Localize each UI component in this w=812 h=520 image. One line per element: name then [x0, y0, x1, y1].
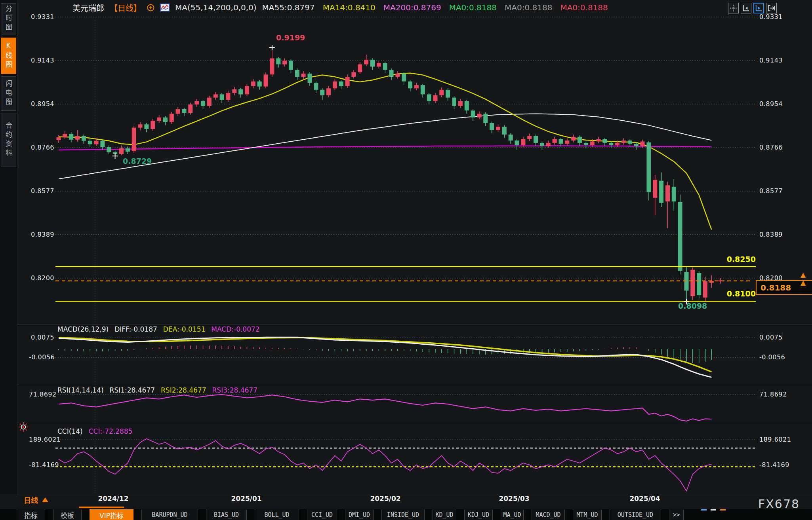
- macd-macd-value: MACD:-0.0072: [211, 325, 259, 333]
- macd-axis-label-left: 0.0075: [29, 334, 54, 342]
- cci-title: CCI(14): [57, 427, 83, 435]
- axis-pan-right-icon[interactable]: [753, 3, 764, 13]
- tab-dmi-ud[interactable]: DMI_UD: [345, 509, 374, 520]
- chart-scrollbar[interactable]: [79, 507, 124, 508]
- detach-icon[interactable]: [766, 3, 777, 13]
- cci-axis-label-right: -81.4169: [759, 461, 789, 469]
- x-axis-label: 2025/01: [227, 495, 266, 503]
- tab-mtm-ud[interactable]: MTM_UD: [573, 509, 602, 520]
- move-icon[interactable]: [728, 3, 739, 13]
- y-axis-label-left: 0.8200: [29, 274, 54, 282]
- period-dropdown-arrow-icon: [42, 497, 48, 502]
- deco-dash-blue: [701, 509, 707, 511]
- macd-axis-label-left: -0.0056: [29, 353, 54, 361]
- low-price-label: 0.8098: [678, 302, 707, 310]
- y-axis-label-right: 0.8766: [759, 144, 783, 152]
- deco-dash-white: [711, 509, 716, 511]
- rsi-info-row: RSI(14,14,14) RSI1:28.4677 RSI2:28.4677 …: [57, 386, 257, 394]
- toolbar: [728, 3, 777, 13]
- tab-indicator[interactable]: 指标: [17, 509, 45, 520]
- ma-value-label: MA0:0.8188: [449, 3, 497, 12]
- symbol-title: 美元瑞郎: [72, 2, 104, 13]
- y-axis-label-left: 0.8954: [29, 100, 54, 108]
- x-axis-label: 2025/03: [494, 495, 534, 503]
- ma-value-label: MA55:0.8797: [262, 3, 315, 12]
- sidebar-item-time-chart[interactable]: 分时图: [1, 3, 16, 34]
- tab-kd-ud[interactable]: KD_UD: [433, 509, 456, 520]
- macd-dea-value: DEA:-0.0151: [163, 325, 206, 333]
- macd-axis-label-right: 0.0075: [759, 334, 783, 342]
- tab-bias-ud[interactable]: BIAS_UD: [206, 509, 247, 520]
- tab-kdj-ud[interactable]: KDJ_UD: [464, 509, 493, 520]
- chart-header: 美元瑞郎 【日线】 MA(55,14,200,0,0,0) MA55:0.879…: [72, 2, 608, 13]
- ma-settings: MA(55,14,200,0,0,0): [175, 3, 257, 12]
- period-tag[interactable]: 【日线】: [110, 2, 141, 13]
- rsi-axis-label-left: 71.8692: [29, 391, 54, 399]
- x-axis-label: 2024/12: [93, 495, 133, 503]
- tab-more[interactable]: >>: [669, 509, 684, 520]
- ma-value-label: MA14:0.8410: [323, 3, 376, 12]
- period-label: 日线: [24, 495, 38, 505]
- link-icon[interactable]: [147, 4, 154, 11]
- ma-values: MA55:0.8797MA14:0.8410MA200:0.8769MA0:0.…: [262, 3, 608, 12]
- y-axis-label-left: 0.8389: [29, 231, 54, 239]
- record-burst-icon: [18, 422, 29, 432]
- rsi-title: RSI(14,14,14): [57, 386, 104, 394]
- mini-chart-icon[interactable]: [160, 4, 170, 11]
- sidebar-item-kline-chart[interactable]: K线图: [1, 38, 16, 74]
- sidebar-item-lightning-chart[interactable]: 闪电图: [1, 76, 16, 111]
- y-axis-label-right: 0.8389: [759, 231, 783, 239]
- y-axis-label-right: 0.9143: [759, 57, 783, 65]
- y-axis-label-right: 0.8577: [759, 187, 783, 195]
- tab-cci-ud[interactable]: CCI_UD: [307, 509, 337, 520]
- x-axis-label: 2025/04: [625, 495, 665, 503]
- tab-ma-ud[interactable]: MA_UD: [501, 509, 524, 520]
- cci-info-row: CCI(14) CCI:-72.2885: [57, 427, 133, 435]
- tab-boll-ud[interactable]: BOLL_UD: [255, 509, 299, 520]
- tab-template[interactable]: 模板: [53, 509, 82, 520]
- early-low-price-label: 0.8729: [123, 157, 152, 165]
- tab-inside-ud[interactable]: INSIDE_UD: [381, 509, 425, 520]
- y-axis-label-right: 0.9331: [759, 13, 783, 21]
- ma-value-label: MA0:0.8188: [505, 3, 552, 12]
- watermark: FX678: [758, 497, 800, 511]
- y-axis-label-left: 0.9331: [29, 13, 54, 21]
- cci-value: CCI:-72.2885: [89, 427, 133, 435]
- ma-value-label: MA0:0.8188: [560, 3, 608, 12]
- axis-pan-left-icon[interactable]: [741, 3, 751, 13]
- tab-barupdn-ud[interactable]: BARUPDN_UD: [141, 509, 198, 520]
- period-selector[interactable]: 日线: [24, 495, 48, 505]
- macd-diff-value: DIFF:-0.0187: [114, 325, 157, 333]
- y-axis-label-left: 0.8766: [29, 144, 54, 152]
- tab-outside-ud[interactable]: OUTSIDE_UD: [610, 509, 661, 520]
- cci-axis-label-left: 189.6021: [29, 436, 54, 444]
- macd-info-row: MACD(26,12,9) DIFF:-0.0187 DEA:-0.0151 M…: [57, 325, 260, 333]
- x-axis-label: 2025/02: [366, 495, 405, 503]
- rsi2-value: RSI2:28.4677: [161, 386, 206, 394]
- ma-value-label: MA200:0.8769: [383, 3, 441, 12]
- rsi3-value: RSI3:28.4677: [212, 386, 257, 394]
- high-price-label: 0.9199: [276, 33, 305, 42]
- y-axis-label-left: 0.9143: [29, 57, 54, 65]
- tab-vip-indicator[interactable]: VIP指标: [90, 509, 133, 520]
- tab-macd-ud[interactable]: MACD_UD: [532, 509, 565, 520]
- sidebar-item-contract-info[interactable]: 合约资料: [1, 113, 16, 167]
- macd-title: MACD(26,12,9): [57, 325, 109, 333]
- trading-app-window: 0.93310.93310.91430.91430.89540.89540.87…: [0, 0, 812, 520]
- y-axis-label-right: 0.8954: [759, 100, 783, 108]
- sidebar: 分时图 K线图 闪电图 合约资料: [0, 0, 17, 494]
- rsi1-value: RSI1:28.4677: [110, 386, 155, 394]
- y-axis-label-left: 0.8577: [29, 187, 54, 195]
- macd-axis-label-right: -0.0056: [759, 353, 785, 361]
- cci-axis-label-right: 189.6021: [759, 436, 791, 444]
- cci-axis-label-left: -81.4169: [29, 461, 54, 469]
- resistance-level-label: 0.8250: [689, 255, 756, 264]
- indicator-tabbar: 指标 模板 VIP指标 BARUPDN_UD BIAS_UD BOLL_UD C…: [0, 509, 812, 520]
- deco-dash-orange: [720, 509, 726, 511]
- support-level-label: 0.8100: [689, 289, 756, 298]
- rsi-axis-label-right: 71.8692: [759, 391, 787, 399]
- price-up-arrow-icon: ▲▲: [801, 271, 806, 287]
